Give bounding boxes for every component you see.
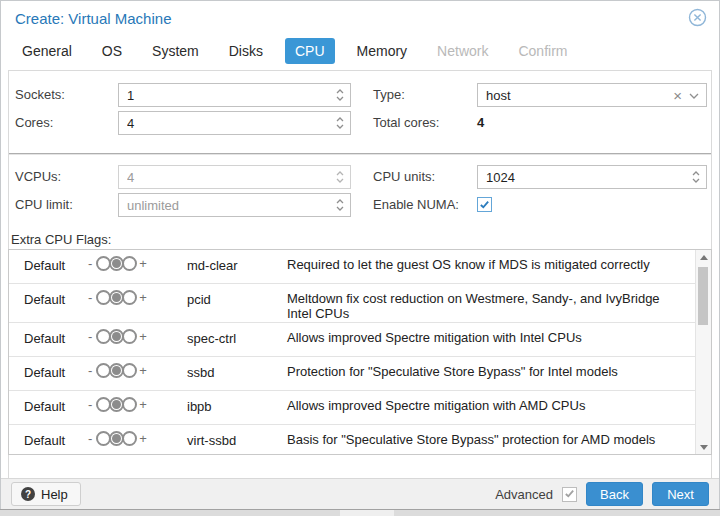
scroll-up-icon[interactable] bbox=[696, 250, 711, 264]
flag-description: Protection for "Speculative Store Bypass… bbox=[287, 364, 695, 379]
flag-tristate-toggle[interactable]: - + bbox=[88, 290, 187, 305]
vcpus-field: 4 bbox=[118, 165, 351, 189]
chevron-down-icon[interactable] bbox=[688, 88, 700, 103]
toggle-on-radio[interactable] bbox=[122, 363, 137, 378]
close-icon bbox=[688, 8, 707, 31]
tab-system[interactable]: System bbox=[152, 43, 199, 59]
background-page-tab bbox=[340, 510, 394, 516]
toggle-minus-label: - bbox=[88, 363, 92, 378]
toggle-on-radio[interactable] bbox=[122, 329, 137, 344]
flag-tristate-toggle[interactable]: - + bbox=[88, 431, 187, 446]
toggle-minus-label: - bbox=[88, 431, 92, 446]
tab-memory[interactable]: Memory bbox=[357, 43, 408, 59]
flag-description: Allows improved Spectre mitigation with … bbox=[287, 330, 695, 345]
screenshot-root: Create: Virtual Machine General OS Syste… bbox=[0, 0, 720, 516]
cpu-flag-row: Default - + ssbd Protection for "Specula… bbox=[9, 357, 695, 391]
flag-state-label: Default bbox=[24, 292, 88, 307]
tab-general[interactable]: General bbox=[22, 43, 72, 59]
toggle-on-radio[interactable] bbox=[122, 290, 137, 305]
sockets-label: Sockets: bbox=[15, 83, 65, 107]
cpu-limit-value: unlimited bbox=[127, 198, 332, 213]
spinner-up-down-icon[interactable] bbox=[688, 169, 704, 185]
close-button[interactable] bbox=[687, 9, 707, 29]
radio-selected-dot bbox=[112, 259, 121, 268]
enable-numa-checkbox[interactable] bbox=[477, 197, 492, 212]
cpu-units-field[interactable]: 1024 bbox=[477, 165, 707, 189]
toggle-minus-label: - bbox=[88, 397, 92, 412]
toggle-on-radio[interactable] bbox=[122, 256, 137, 271]
toggle-plus-label: + bbox=[139, 329, 147, 344]
radio-selected-dot bbox=[112, 366, 121, 375]
toggle-minus-label: - bbox=[88, 290, 92, 305]
type-label: Type: bbox=[373, 83, 405, 107]
flag-state-label: Default bbox=[24, 258, 88, 273]
flag-tristate-toggle[interactable]: - + bbox=[88, 256, 187, 271]
total-cores-value: 4 bbox=[477, 111, 484, 135]
toggle-plus-label: + bbox=[139, 431, 147, 446]
tab-disks[interactable]: Disks bbox=[229, 43, 263, 59]
scroll-down-icon[interactable] bbox=[696, 440, 711, 454]
tab-bar: General OS System Disks CPU Memory Netwo… bbox=[1, 35, 719, 67]
scrollbar-thumb[interactable] bbox=[698, 267, 708, 325]
type-combo[interactable]: host × bbox=[477, 83, 707, 107]
help-button[interactable]: ? Help bbox=[11, 482, 81, 506]
spinner-up-down-icon[interactable] bbox=[332, 197, 348, 213]
cpu-flag-row: Default - + virt-ssbd Basis for "Specula… bbox=[9, 425, 695, 454]
back-button[interactable]: Back bbox=[586, 482, 643, 506]
total-cores-label: Total cores: bbox=[373, 111, 439, 135]
spinner-up-down-icon[interactable] bbox=[332, 115, 348, 131]
radio-selected-dot bbox=[112, 332, 121, 341]
cpu-flags-table-body: Default - + md-clear Required to let the… bbox=[9, 250, 695, 454]
toggle-on-radio[interactable] bbox=[122, 397, 137, 412]
sockets-field[interactable]: 1 bbox=[118, 83, 351, 107]
enable-numa-label: Enable NUMA: bbox=[373, 193, 459, 217]
flag-tristate-toggle[interactable]: - + bbox=[88, 397, 187, 412]
tab-cpu[interactable]: CPU bbox=[285, 38, 335, 64]
toggle-minus-label: - bbox=[88, 329, 92, 344]
toggle-minus-label: - bbox=[88, 256, 92, 271]
tab-confirm: Confirm bbox=[518, 43, 567, 59]
toggle-plus-label: + bbox=[139, 397, 147, 412]
flag-state-label: Default bbox=[24, 433, 88, 448]
vcpus-value: 4 bbox=[127, 170, 332, 185]
flag-description: Allows improved Spectre mitigation with … bbox=[287, 398, 695, 413]
create-vm-dialog: Create: Virtual Machine General OS Syste… bbox=[0, 0, 720, 509]
toggle-plus-label: + bbox=[139, 363, 147, 378]
next-button[interactable]: Next bbox=[652, 482, 709, 506]
radio-selected-dot bbox=[112, 400, 121, 409]
cpu-limit-label: CPU limit: bbox=[15, 193, 73, 217]
flag-name: virt-ssbd bbox=[187, 433, 287, 448]
flag-tristate-toggle[interactable]: - + bbox=[88, 363, 187, 378]
vertical-scrollbar[interactable] bbox=[695, 250, 711, 454]
flag-tristate-toggle[interactable]: - + bbox=[88, 329, 187, 344]
toggle-on-radio[interactable] bbox=[122, 431, 137, 446]
cpu-flag-row: Default - + md-clear Required to let the… bbox=[9, 250, 695, 284]
type-value: host bbox=[486, 88, 673, 103]
cores-field[interactable]: 4 bbox=[118, 111, 351, 135]
flag-description: Meltdown fix cost reduction on Westmere,… bbox=[287, 291, 695, 321]
dialog-footer: ? Help Advanced Back Next bbox=[1, 478, 719, 509]
clear-icon[interactable]: × bbox=[673, 88, 682, 103]
background-page-strip bbox=[0, 509, 720, 516]
toggle-plus-label: + bbox=[139, 290, 147, 305]
tab-os[interactable]: OS bbox=[102, 43, 122, 59]
flag-name: ssbd bbox=[187, 365, 287, 380]
flag-name: md-clear bbox=[187, 258, 287, 273]
cpu-units-value: 1024 bbox=[486, 170, 688, 185]
help-icon: ? bbox=[21, 487, 35, 501]
advanced-label: Advanced bbox=[495, 487, 553, 502]
checkmark-icon bbox=[564, 485, 575, 503]
flag-name: pcid bbox=[187, 292, 287, 307]
flag-description: Required to let the guest OS know if MDS… bbox=[287, 257, 695, 272]
cpu-flag-row: Default - + ibpb Allows improved Spectre… bbox=[9, 391, 695, 425]
flag-description: Basis for "Speculative Store Bypass" pro… bbox=[287, 432, 695, 447]
cpu-flag-row: Default - + pcid Meltdown fix cost reduc… bbox=[9, 284, 695, 323]
spinner-up-down-icon[interactable] bbox=[332, 87, 348, 103]
toggle-plus-label: + bbox=[139, 256, 147, 271]
advanced-checkbox[interactable] bbox=[562, 487, 577, 502]
checkmark-icon bbox=[479, 196, 490, 214]
cpu-limit-field[interactable]: unlimited bbox=[118, 193, 351, 217]
extra-cpu-flags-label: Extra CPU Flags: bbox=[11, 232, 111, 247]
flag-state-label: Default bbox=[24, 365, 88, 380]
radio-selected-dot bbox=[112, 293, 121, 302]
